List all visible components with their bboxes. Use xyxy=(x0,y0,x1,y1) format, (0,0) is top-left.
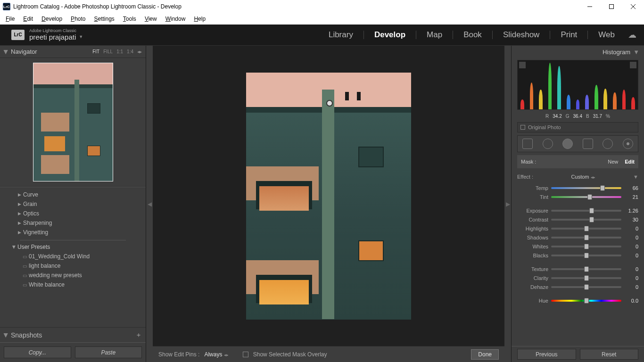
module-web[interactable]: Web xyxy=(598,30,615,40)
slider-highlights[interactable]: Highlights0 xyxy=(517,224,638,233)
preset-item[interactable]: ▭01_Wedding_Cold Wind xyxy=(0,252,146,261)
photo-canvas[interactable] xyxy=(153,46,504,346)
slider-track[interactable] xyxy=(551,246,621,247)
radial-filter-tool[interactable] xyxy=(562,139,573,149)
histogram-header[interactable]: Histogram ▼ xyxy=(512,46,644,58)
module-print[interactable]: Print xyxy=(561,30,577,40)
navigator-header[interactable]: ▶ Navigator FIT FILL 1:1 1:4 ◂▸ xyxy=(0,46,146,58)
menu-view[interactable]: View xyxy=(141,14,161,24)
slider-knob[interactable] xyxy=(587,194,592,200)
nav-fit[interactable]: FIT xyxy=(92,49,99,54)
edit-pin[interactable] xyxy=(326,100,333,107)
slider-track[interactable] xyxy=(551,237,621,239)
module-library[interactable]: Library xyxy=(329,30,353,40)
cloud-sync-icon[interactable]: ☁ xyxy=(628,30,636,40)
slider-track[interactable] xyxy=(551,196,621,198)
slider-knob[interactable] xyxy=(584,244,589,249)
module-book[interactable]: Book xyxy=(463,30,482,40)
module-develop[interactable]: Develop xyxy=(374,30,405,40)
slider-knob[interactable] xyxy=(584,235,589,240)
copy-button[interactable]: Copy... xyxy=(4,346,71,358)
slider-blacks[interactable]: Blacks0 xyxy=(517,251,638,260)
preset-group-user[interactable]: ▶User Presets xyxy=(0,242,146,252)
spot-removal-tool[interactable] xyxy=(543,139,553,149)
module-slideshow[interactable]: Slideshow xyxy=(503,30,540,40)
adjustment-brush-tool[interactable] xyxy=(623,139,633,149)
nav-1-4[interactable]: 1:4 xyxy=(127,49,133,54)
red-eye-tool[interactable] xyxy=(603,139,613,149)
slider-track[interactable] xyxy=(551,286,621,288)
slider-knob[interactable] xyxy=(584,253,589,258)
snapshots-header[interactable]: ▶ Snapshots ＋ xyxy=(0,327,146,342)
original-photo-toggle[interactable]: Original Photo xyxy=(517,122,638,132)
module-map[interactable]: Map xyxy=(427,30,442,40)
menu-settings[interactable]: Settings xyxy=(90,14,118,24)
identity-dropdown-icon[interactable]: ▼ xyxy=(79,35,83,40)
edit-pins-dropdown[interactable]: Always ◂▸ xyxy=(204,351,228,358)
slider-exposure[interactable]: Exposure1.26 xyxy=(517,206,638,215)
slider-tint[interactable]: Tint21 xyxy=(517,192,638,201)
navigator-thumbnail[interactable] xyxy=(33,63,113,181)
menu-window[interactable]: Window xyxy=(162,14,190,24)
add-snapshot-button[interactable]: ＋ xyxy=(135,331,142,339)
photo[interactable] xyxy=(246,73,411,320)
slider-knob[interactable] xyxy=(589,208,594,214)
slider-temp[interactable]: Temp66 xyxy=(517,183,638,192)
preset-item[interactable]: ▭White balance xyxy=(0,280,146,289)
menu-photo[interactable]: Photo xyxy=(67,14,89,24)
preset-group-curve[interactable]: ▶Curve xyxy=(0,190,146,199)
slider-dehaze[interactable]: Dehaze0 xyxy=(517,282,638,291)
minimize-button[interactable] xyxy=(579,0,601,13)
effect-dropdown[interactable]: Custom ◂▸ xyxy=(571,174,595,180)
mask-new[interactable]: New xyxy=(608,159,618,165)
preset-group-vignetting[interactable]: ▶Vignetting xyxy=(0,228,146,237)
slider-knob[interactable] xyxy=(584,226,589,231)
slider-track[interactable] xyxy=(551,255,621,256)
slider-knob[interactable] xyxy=(584,284,589,290)
slider-knob[interactable] xyxy=(589,217,594,222)
nav-zoom-stepper[interactable]: ◂▸ xyxy=(137,49,142,54)
close-button[interactable] xyxy=(622,0,644,13)
mask-overlay-checkbox[interactable] xyxy=(243,352,248,357)
menu-help[interactable]: Help xyxy=(190,14,209,24)
effect-disclosure-icon[interactable]: ▼ xyxy=(633,174,638,180)
preset-item[interactable]: ▭light balance xyxy=(0,261,146,271)
nav-1-1[interactable]: 1:1 xyxy=(116,49,123,54)
slider-track[interactable] xyxy=(551,228,621,230)
preset-group-grain[interactable]: ▶Grain xyxy=(0,199,146,209)
preset-group-optics[interactable]: ▶Optics xyxy=(0,209,146,218)
right-panel-toggle[interactable]: ▶ xyxy=(504,46,511,362)
mask-edit[interactable]: Edit xyxy=(625,159,635,165)
slider-knob[interactable] xyxy=(584,298,589,304)
identity-plate[interactable]: preeti prajapati xyxy=(29,33,76,41)
clipping-highlight-icon[interactable] xyxy=(630,62,636,68)
slider-track[interactable] xyxy=(551,300,621,302)
slider-track[interactable] xyxy=(551,210,621,212)
preset-item[interactable]: ▭wedding new presets xyxy=(0,271,146,280)
menu-edit[interactable]: Edit xyxy=(19,14,37,24)
slider-contrast[interactable]: Contrast30 xyxy=(517,215,638,224)
nav-fill[interactable]: FILL xyxy=(103,49,113,54)
paste-button[interactable]: Paste xyxy=(75,346,142,358)
slider-knob[interactable] xyxy=(600,185,605,191)
slider-track[interactable] xyxy=(551,268,621,270)
histogram[interactable] xyxy=(517,60,638,110)
menu-file[interactable]: File xyxy=(2,14,18,24)
maximize-button[interactable] xyxy=(601,0,622,13)
navigator-preview[interactable] xyxy=(0,58,146,187)
menu-tools[interactable]: Tools xyxy=(119,14,140,24)
slider-track[interactable] xyxy=(551,219,621,221)
left-panel-toggle[interactable]: ◀ xyxy=(146,46,153,362)
previous-button[interactable]: Previous xyxy=(517,349,576,360)
slider-track[interactable] xyxy=(551,277,621,279)
graduated-filter-tool[interactable] xyxy=(583,139,593,149)
slider-hue[interactable]: Hue0.0 xyxy=(517,296,638,305)
slider-shadows[interactable]: Shadows0 xyxy=(517,233,638,242)
clipping-shadow-icon[interactable] xyxy=(519,62,526,68)
slider-track[interactable] xyxy=(551,187,621,189)
reset-button[interactable]: Reset xyxy=(580,349,639,360)
menu-develop[interactable]: Develop xyxy=(38,14,66,24)
slider-clarity[interactable]: Clarity0 xyxy=(517,273,638,282)
preset-group-sharpening[interactable]: ▶Sharpening xyxy=(0,218,146,228)
done-button[interactable]: Done xyxy=(471,349,499,360)
